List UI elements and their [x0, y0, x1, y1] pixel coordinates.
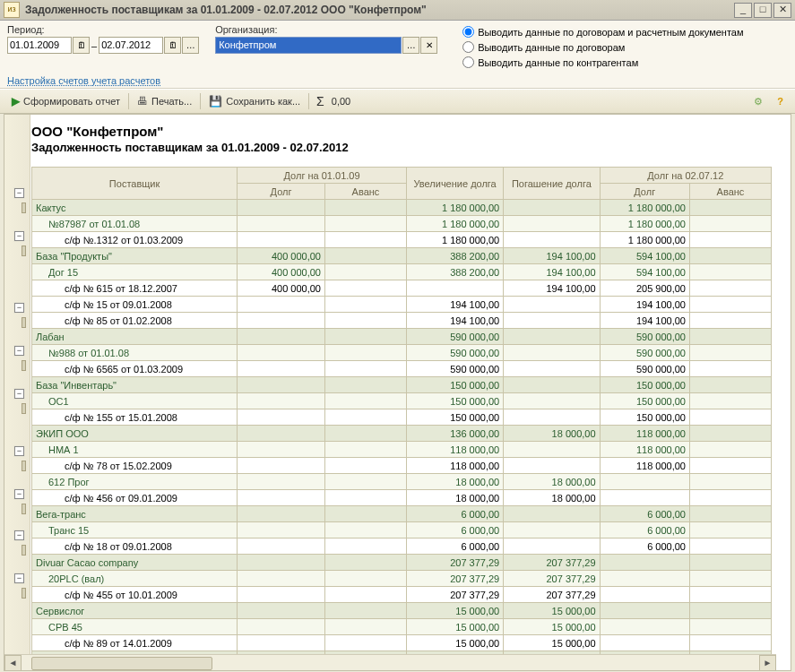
date-from-input[interactable]: 01.01.2009: [7, 37, 72, 54]
cell-d1: 400 000,00: [238, 248, 325, 264]
outline-slider[interactable]: [22, 403, 26, 414]
cell-d2: 118 000,00: [600, 426, 689, 442]
org-clear-button[interactable]: ✕: [420, 37, 437, 54]
outline-toggle[interactable]: −: [14, 231, 24, 241]
outline-slider[interactable]: [22, 360, 26, 371]
table-row[interactable]: Кактус1 180 000,001 180 000,00: [32, 200, 772, 216]
outline-slider[interactable]: [22, 588, 26, 599]
table-row[interactable]: ЭКИП ООО136 000,0018 000,00118 000,00: [32, 426, 772, 442]
radio-counterparties[interactable]: Выводить данные по контрагентам: [462, 55, 743, 70]
table-row[interactable]: с/ф № 15 от 09.01.2008194 100,00194 100,…: [32, 297, 772, 313]
cell-d1: [238, 297, 325, 313]
cell-inc: 207 377,29: [406, 555, 503, 571]
outline-slider[interactable]: [22, 545, 26, 556]
table-row[interactable]: Вега-транс6 000,006 000,00: [32, 506, 772, 522]
date-to-calendar-icon[interactable]: 🗓: [164, 37, 181, 54]
cell-supplier: СРВ 45: [32, 619, 238, 635]
outline-slider[interactable]: [22, 202, 26, 213]
accounts-settings-link[interactable]: Настройка счетов учета расчетов: [7, 75, 160, 86]
settings-button[interactable]: ⚙: [747, 91, 769, 111]
table-row[interactable]: с/ф № 455 от 10.01.2009207 377,29207 377…: [32, 587, 772, 603]
hscrollbar[interactable]: ◄ ►: [4, 654, 776, 670]
date-to-input[interactable]: 02.07.2012: [99, 37, 163, 54]
cell-d1: [238, 409, 325, 426]
outline-toggle[interactable]: −: [14, 303, 24, 313]
outline-toggle[interactable]: −: [14, 389, 24, 399]
titlebar: из Задолженность поставщикам за 01.01.20…: [0, 0, 795, 21]
cell-d2: 594 100,00: [600, 264, 689, 280]
table-row[interactable]: с/ф №.1312 от 01.03.20091 180 000,001 18…: [32, 232, 772, 248]
cell-d2: 6 000,00: [600, 506, 689, 522]
table-row[interactable]: 20PLC (вал)207 377,29207 377,29: [32, 571, 772, 587]
scroll-right-icon[interactable]: ►: [759, 655, 776, 671]
outline-toggle[interactable]: −: [14, 530, 24, 540]
help-button[interactable]: ?: [771, 91, 790, 111]
table-row[interactable]: с/ф № 85 от 01.02.2008194 100,00194 100,…: [32, 313, 772, 329]
cell-a1: [324, 393, 406, 409]
radio-contracts-docs-input[interactable]: [462, 26, 474, 38]
scroll-left-icon[interactable]: ◄: [4, 655, 22, 671]
table-row[interactable]: Divuar Cacao company207 377,29207 377,29: [32, 555, 772, 571]
cell-a1: [324, 458, 406, 474]
table-row[interactable]: с/ф № 456 от 09.01.200918 000,0018 000,0…: [32, 490, 772, 506]
minimize-button[interactable]: _: [734, 3, 752, 18]
outline-toggle[interactable]: −: [14, 573, 24, 583]
cell-a1: [324, 506, 406, 522]
outline-toggle[interactable]: −: [14, 489, 24, 499]
org-input[interactable]: Конфетпром: [215, 37, 402, 54]
print-button[interactable]: 🖶 Печать...: [131, 91, 198, 111]
cell-supplier: Divuar Cacao company: [32, 555, 238, 571]
table-row[interactable]: НМА 1118 000,00118 000,00: [32, 442, 772, 458]
table-row[interactable]: с/ф № 6565 от 01.03.2009590 000,00590 00…: [32, 361, 772, 377]
form-report-label: Сформировать отчет: [23, 96, 120, 107]
table-row[interactable]: с/ф № 89 от 14.01.200915 000,0015 000,00: [32, 635, 772, 651]
cell-a1: [324, 232, 406, 248]
org-label: Организация:: [215, 24, 437, 35]
date-from-calendar-icon[interactable]: 🗓: [73, 37, 90, 54]
cell-supplier: с/ф № 455 от 10.01.2009: [32, 587, 238, 603]
close-button[interactable]: ✕: [773, 3, 791, 18]
radio-counterparties-input[interactable]: [462, 56, 474, 68]
outline-toggle[interactable]: −: [14, 188, 24, 198]
outline-slider[interactable]: [22, 461, 26, 471]
outline-slider[interactable]: [22, 504, 26, 514]
table-row[interactable]: №87987 от 01.01.081 180 000,001 180 000,…: [32, 216, 772, 232]
cell-a2: [689, 216, 771, 232]
table-row[interactable]: Транс 156 000,006 000,00: [32, 522, 772, 538]
radio-contracts-docs[interactable]: Выводить данные по договорам и расчетным…: [462, 24, 743, 39]
cell-d1: [238, 587, 325, 603]
table-row[interactable]: ОС1150 000,00150 000,00: [32, 393, 772, 409]
table-row[interactable]: Лабан590 000,00590 000,00: [32, 329, 772, 345]
cell-a1: [324, 297, 406, 313]
table-row[interactable]: СРВ 4515 000,0015 000,00: [32, 619, 772, 635]
radio-contracts-input[interactable]: [462, 41, 474, 53]
period-picker-button[interactable]: …: [182, 37, 199, 54]
table-row[interactable]: База "Инвентарь"150 000,00150 000,00: [32, 377, 772, 393]
outline-slider[interactable]: [22, 317, 26, 328]
maximize-button[interactable]: □: [754, 3, 772, 18]
cell-d2: [600, 603, 689, 619]
outline-toggle[interactable]: −: [14, 446, 24, 456]
table-row[interactable]: с/ф № 18 от 09.01.20086 000,006 000,00: [32, 538, 772, 555]
table-row[interactable]: с/ф № 155 от 15.01.2008150 000,00150 000…: [32, 409, 772, 426]
scroll-thumb[interactable]: [31, 657, 212, 670]
table-row[interactable]: №988 от 01.01.08590 000,00590 000,00: [32, 345, 772, 361]
cell-a1: [324, 345, 406, 361]
cell-rep: [504, 200, 600, 216]
radio-contracts[interactable]: Выводить данные по договорам: [462, 39, 743, 55]
org-select-button[interactable]: …: [402, 37, 419, 54]
table-row[interactable]: База "Продукты"400 000,00388 200,00194 1…: [32, 248, 772, 264]
table-row[interactable]: Дог 15400 000,00388 200,00194 100,00594 …: [32, 264, 772, 280]
cell-supplier: 20PLC (вал): [32, 571, 238, 587]
table-row[interactable]: с/ф № 78 от 15.02.2009118 000,00118 000,…: [32, 458, 772, 474]
cell-d1: [238, 458, 325, 474]
outline-slider[interactable]: [22, 246, 26, 256]
table-row[interactable]: Сервислог15 000,0015 000,00: [32, 603, 772, 619]
cell-rep: 18 000,00: [504, 426, 600, 442]
outline-toggle[interactable]: −: [14, 346, 24, 356]
saveas-button[interactable]: 💾 Сохранить как...: [203, 91, 307, 111]
table-row[interactable]: 612 Прог18 000,0018 000,00: [32, 474, 772, 490]
cell-supplier: с/ф № 89 от 14.01.2009: [32, 635, 238, 651]
table-row[interactable]: с/ф № 615 от 18.12.2007400 000,00194 100…: [32, 280, 772, 297]
form-report-button[interactable]: ▶ Сформировать отчет: [5, 91, 126, 111]
